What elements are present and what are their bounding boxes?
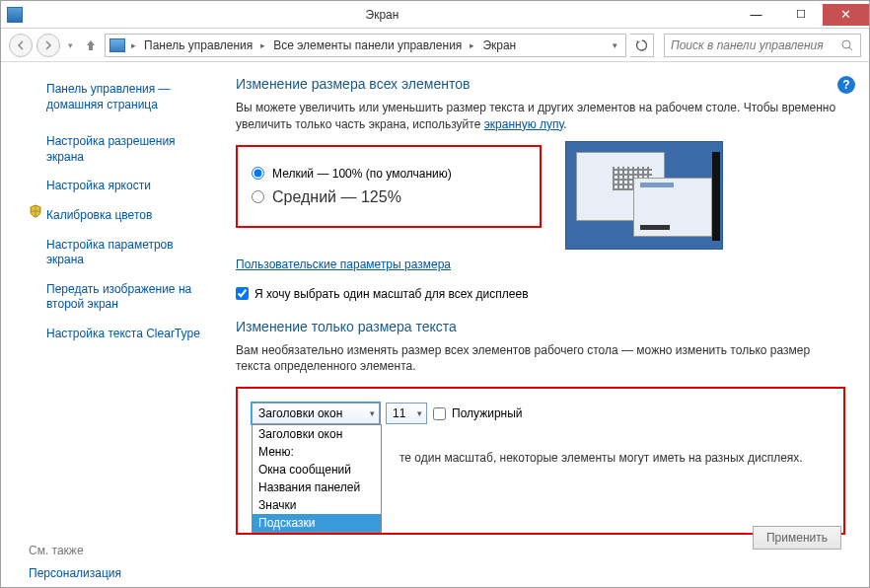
window-controls [734,4,869,26]
scale-radio-group: Мелкий — 100% (по умолчанию) Средний — 1… [236,145,542,228]
back-button[interactable] [9,34,33,57]
chevron-down-icon: ▾ [370,408,375,418]
dropdown-option[interactable]: Меню: [253,443,381,461]
minimize-button[interactable] [734,4,778,26]
radio-small-input[interactable] [252,167,264,180]
help-icon[interactable]: ? [837,76,855,94]
bold-label: Полужирный [452,406,523,420]
section2-description: Вам необязательно изменять размер всех э… [236,342,845,376]
sidebar-item-calibrate[interactable]: Калибровка цветов [46,204,152,228]
breadcrumb-item[interactable]: Экран [480,38,518,52]
toolbar: ▾ ▸ Панель управления ▸ Все элементы пан… [1,29,869,62]
element-selected: Заголовки окон [258,406,342,420]
radio-medium[interactable]: Средний — 125% [252,188,526,206]
address-dropdown-icon[interactable]: ▾ [609,40,621,50]
size-combobox[interactable]: 11 ▾ [386,403,427,424]
up-button[interactable] [81,36,101,55]
chevron-right-icon: ▸ [258,40,267,50]
dropdown-option[interactable]: Значки [253,496,381,514]
sidebar-item-project[interactable]: Передать изображение на второй экран [46,278,210,317]
chevron-down-icon: ▾ [417,408,422,418]
element-combobox[interactable]: Заголовки окон ▾ [252,403,380,424]
magnifier-link[interactable]: экранную лупу [484,117,564,131]
maximize-button[interactable] [778,4,823,26]
dropdown-option[interactable]: Заголовки окон [253,425,381,443]
section2-title: Изменение только размера текста [236,319,845,334]
history-dropdown-icon[interactable]: ▾ [68,40,73,50]
bold-checkbox[interactable] [433,407,446,420]
radio-small[interactable]: Мелкий — 100% (по умолчанию) [252,167,526,181]
sidebar-item-resolution[interactable]: Настройка разрешения экрана [46,130,210,169]
see-also-devices[interactable]: Устройства и принтеры [29,583,210,588]
shield-icon [29,204,42,218]
app-icon [7,7,23,23]
sidebar-item-home[interactable]: Панель управления — домашняя страница [46,78,210,116]
address-bar[interactable]: ▸ Панель управления ▸ Все элементы панел… [105,34,626,57]
window-title: Экран [31,8,734,22]
sidebar: Панель управления — домашняя страница На… [1,62,218,587]
search-box[interactable] [664,34,861,57]
main-content: ? Изменение размера всех элементов Вы мо… [218,62,869,587]
dropdown-option[interactable]: Окна сообщений [253,461,381,478]
breadcrumb-item[interactable]: Все элементы панели управления [271,38,464,52]
section1-description: Вы можете увеличить или уменьшить размер… [236,100,845,133]
display-preview [565,141,723,250]
size-selected: 11 [393,406,405,420]
sidebar-item-brightness[interactable]: Настройка яркости [46,175,151,198]
one-scale-row: Я хочу выбрать один масштаб для всех дис… [236,287,845,301]
search-input[interactable] [671,38,840,52]
text-size-group: Заголовки окон ▾ 11 ▾ Полужирный Заголов… [236,387,845,535]
section1-title: Изменение размера всех элементов [236,76,845,92]
chevron-right-icon: ▸ [129,40,138,50]
see-also-header: См. также [29,544,210,557]
close-button[interactable] [823,4,869,26]
see-also-personalization[interactable]: Персонализация [29,563,210,583]
radio-small-label: Мелкий — 100% (по умолчанию) [272,167,452,181]
radio-medium-input[interactable] [252,190,264,203]
svg-point-0 [842,40,850,48]
refresh-button[interactable] [630,34,654,57]
svg-line-1 [849,47,852,50]
radio-medium-label: Средний — 125% [272,188,401,206]
scale-note-text: те один масштаб, некоторые элементы могу… [399,450,803,467]
sidebar-item-cleartype[interactable]: Настройка текста ClearType [46,323,200,346]
titlebar: Экран [1,1,869,29]
one-scale-label: Я хочу выбрать один масштаб для всех дис… [254,287,529,301]
apply-button[interactable]: Применить [753,526,841,550]
forward-button[interactable] [36,34,60,57]
breadcrumb-item[interactable]: Панель управления [142,38,254,52]
location-icon [109,38,125,52]
dropdown-option-selected[interactable]: Подсказки [253,514,381,532]
element-dropdown-list: Заголовки окон Меню: Окна сообщений Назв… [252,424,382,533]
custom-size-link[interactable]: Пользовательские параметры размера [236,257,451,271]
sidebar-item-display-settings[interactable]: Настройка параметров экрана [46,234,210,272]
search-icon [840,38,854,52]
dropdown-option[interactable]: Названия панелей [253,478,381,496]
see-also-section: См. также Персонализация Устройства и пр… [29,544,210,588]
one-scale-checkbox[interactable] [236,287,249,300]
chevron-right-icon: ▸ [468,40,476,50]
